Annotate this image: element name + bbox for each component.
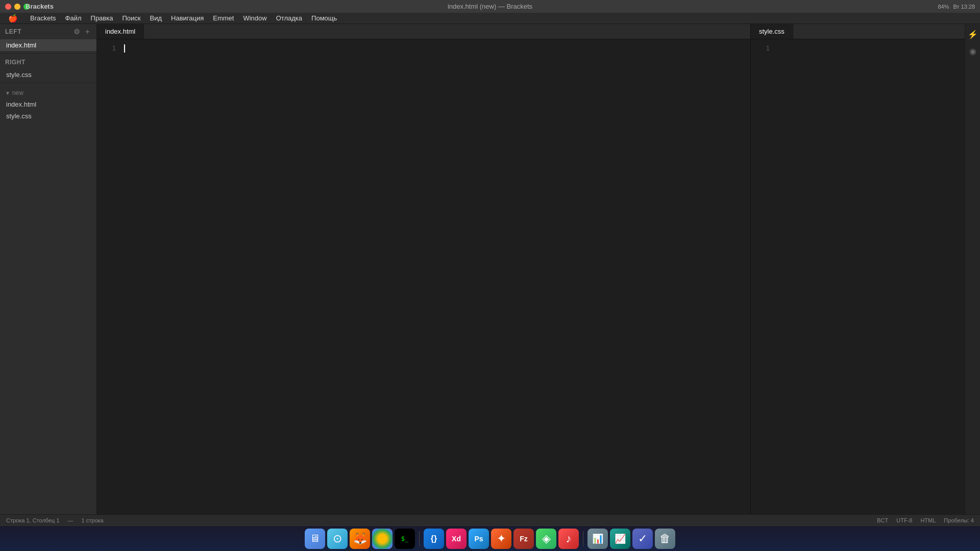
section-divider-1 (0, 53, 96, 54)
status-charset[interactable]: UTF-8 (896, 517, 912, 523)
sidebar-file-name-css: style.css (6, 71, 32, 79)
dock-filezilla[interactable]: Fz (513, 529, 534, 549)
menu-help[interactable]: Помощь (307, 13, 341, 23)
menu-emmet[interactable]: Emmet (209, 13, 238, 23)
sidebar-add-icon[interactable]: + (84, 27, 91, 36)
right-panel-tab-style-css[interactable]: style.css (751, 24, 793, 39)
sidebar-group-file-name-1: index.html (6, 101, 36, 108)
minimize-button[interactable] (14, 4, 20, 10)
group-name: new (12, 89, 23, 96)
cursor-line (124, 44, 746, 53)
editor-content[interactable]: 1 (97, 39, 750, 514)
sidebar-right-header: Right (0, 56, 96, 69)
dock-terminal[interactable]: $_ (395, 529, 415, 549)
dock-brackets[interactable]: {} (424, 529, 444, 549)
apple-menu[interactable]: 🍎 (4, 13, 22, 24)
sidebar-file-index-html-left[interactable]: index.html (0, 39, 96, 51)
dock-spark[interactable]: ✦ (491, 529, 511, 549)
menu-window[interactable]: Window (239, 13, 271, 23)
menu-debug[interactable]: Отладка (272, 13, 306, 23)
editor-tabs: index.html (97, 24, 750, 39)
status-indent[interactable]: Пробелы: 4 (944, 517, 974, 523)
right-toolbar: ⚡ ◉ (965, 24, 980, 514)
right-panel-tab-label: style.css (759, 28, 785, 35)
editor-tab-index-html[interactable]: index.html (97, 24, 144, 39)
dock-trash[interactable]: 🗑 (655, 529, 675, 549)
dock-safari[interactable]: ⊙ (327, 529, 348, 549)
dock-activity-monitor[interactable]: 📊 (587, 529, 608, 549)
close-button[interactable] (5, 4, 11, 10)
dock-coda[interactable]: ◈ (536, 529, 556, 549)
menu-edit[interactable]: Правка (87, 13, 117, 23)
status-encoding[interactable]: BCT (877, 517, 888, 523)
sidebar-left-header: Left ⚙ + (0, 24, 96, 39)
right-panel-tabs: style.css (751, 24, 965, 39)
menu-file[interactable]: Файл (61, 13, 86, 23)
live-preview-icon[interactable]: ⚡ (966, 28, 979, 41)
menu-search[interactable]: Поиск (118, 13, 144, 23)
sidebar-settings-icon[interactable]: ⚙ (72, 27, 82, 36)
app-name: Brackets (26, 3, 54, 10)
menu-bar: 🍎 Brackets Файл Правка Поиск Вид Навигац… (0, 13, 980, 24)
right-panel: style.css 1 (750, 24, 965, 514)
text-cursor (124, 44, 125, 53)
status-dash: — (68, 517, 74, 523)
sidebar: Left ⚙ + index.html Right style.css ▼ ne… (0, 24, 97, 514)
dock-finder[interactable]: 🖥 (305, 529, 325, 549)
status-bar-right: BCT UTF-8 HTML Пробелы: 4 (877, 517, 974, 523)
dock-separator-2 (583, 531, 583, 546)
section-divider-2 (0, 83, 96, 83)
dock: 🖥 ⊙ 🦊 $_ {} Xd Ps ✦ Fz ◈ ♪ 📊 📈 ✓ 🗑 (0, 525, 980, 551)
right-panel-content: 1 (751, 39, 965, 514)
dock-photoshop[interactable]: Ps (469, 529, 489, 549)
linting-icon[interactable]: ◉ (968, 45, 978, 58)
editor-tab-label: index.html (105, 28, 135, 35)
clock: Вт 13:28 (953, 4, 975, 10)
sidebar-file-style-css[interactable]: style.css (0, 69, 96, 81)
dock-chrome[interactable] (372, 529, 393, 549)
battery-indicator: 84% (938, 4, 949, 10)
right-line-number-1: 1 (755, 44, 770, 52)
right-line-numbers: 1 (751, 39, 774, 514)
dock-music[interactable]: ♪ (558, 529, 579, 549)
window-title: index.html (new) — Brackets (448, 3, 532, 10)
right-code-area[interactable] (774, 39, 965, 514)
dock-xd[interactable]: Xd (446, 529, 467, 549)
sidebar-left-label: Left (5, 28, 21, 35)
group-arrow-icon: ▼ (5, 90, 10, 96)
title-bar-right: 84% Вт 13:28 (938, 4, 975, 10)
main-layout: Left ⚙ + index.html Right style.css ▼ ne… (0, 24, 980, 514)
line-number-1: 1 (101, 44, 116, 52)
editor-area: index.html 1 (97, 24, 750, 514)
sidebar-group-label[interactable]: ▼ new (0, 85, 96, 98)
dock-tasks[interactable]: ✓ (632, 529, 653, 549)
code-area[interactable] (120, 39, 750, 514)
sidebar-group-file-name-2: style.css (6, 112, 32, 120)
menu-view[interactable]: Вид (146, 13, 166, 23)
sidebar-file-name: index.html (6, 41, 36, 49)
line-numbers: 1 (97, 39, 120, 514)
sidebar-group-file-index[interactable]: index.html (0, 98, 96, 110)
sidebar-right-label: Right (5, 59, 26, 66)
status-selection: 1 строка (82, 517, 104, 523)
sidebar-group-file-style[interactable]: style.css (0, 110, 96, 122)
sidebar-left-icons: ⚙ + (72, 27, 91, 36)
menu-navigate[interactable]: Навигация (167, 13, 208, 23)
status-bar: Строка 1, Столбец 1 — 1 строка BCT UTF-8… (0, 514, 980, 525)
title-bar: Brackets index.html (new) — Brackets 84%… (0, 0, 980, 13)
menu-brackets[interactable]: Brackets (26, 13, 60, 23)
status-syntax[interactable]: HTML (920, 517, 936, 523)
dock-firefox[interactable]: 🦊 (350, 529, 370, 549)
dock-separator-1 (419, 531, 420, 546)
dock-stocks[interactable]: 📈 (610, 529, 630, 549)
status-position: Строка 1, Столбец 1 (6, 517, 60, 523)
